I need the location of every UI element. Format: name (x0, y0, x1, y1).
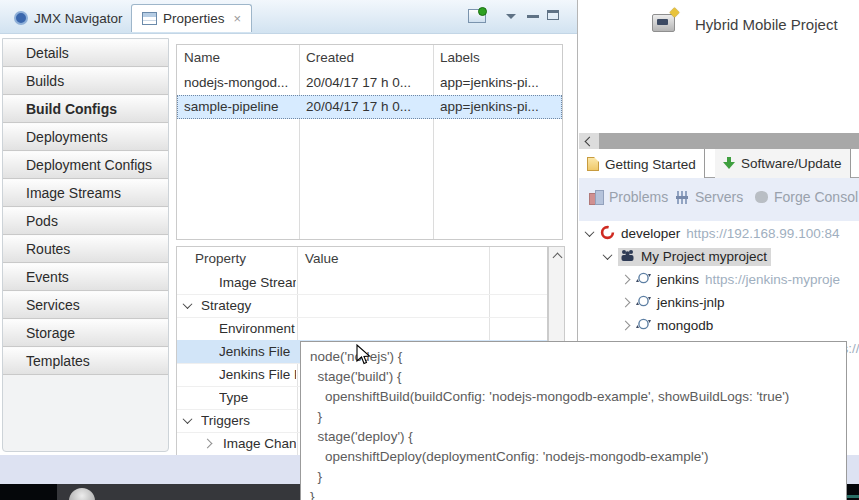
build-configs-table: Name Created Labels nodejs-mongod... 20/… (176, 44, 563, 240)
properties-table-icon (142, 12, 157, 25)
maximize-icon[interactable] (547, 10, 559, 20)
column-header-name[interactable]: Name (184, 45, 220, 70)
tab-forge-console[interactable]: Forge Consol (755, 189, 858, 205)
forge-console-icon (755, 191, 768, 203)
tab-label: JMX Navigator (34, 11, 123, 26)
chevron-down-icon[interactable] (585, 227, 595, 237)
sidebar-item-build-configs[interactable]: Build Configs (3, 95, 168, 123)
property-label: Jenkins File Path (219, 363, 296, 386)
problems-icon (589, 190, 603, 204)
column-header-labels[interactable]: Labels (440, 45, 480, 70)
property-label: Triggers (201, 409, 296, 432)
sidebar-item-deployment-configs[interactable]: Deployment Configs (3, 151, 168, 179)
property-label: Type (219, 386, 296, 409)
chevron-right-icon[interactable] (203, 439, 213, 449)
column-header-created[interactable]: Created (306, 45, 354, 70)
property-label: Image Change (223, 432, 296, 455)
sidebar-item-storage[interactable]: Storage (3, 319, 168, 347)
tab-label: Getting Started (605, 157, 696, 172)
sidebar-item-details[interactable]: Details (3, 39, 168, 67)
sidebar-item-builds[interactable]: Builds (3, 67, 168, 95)
property-label: Environment (219, 317, 296, 340)
table-row-selected[interactable]: sample-pipeline 20/04/17 17 h 0... app=j… (177, 95, 562, 119)
software-update-icon (723, 157, 735, 170)
chevron-left-icon (585, 137, 595, 147)
tree-url: https://jenkins-myproje (705, 272, 840, 287)
tab-problems[interactable]: Problems (589, 189, 668, 205)
tab-label: Servers (695, 189, 743, 205)
sidebar-item-templates[interactable]: Templates (3, 347, 168, 375)
view-tab-strip: JMX Navigator Properties × (0, 0, 577, 34)
tree-label: mongodb (657, 318, 713, 333)
properties-sidebar: Details Builds Build Configs Deployments… (2, 38, 169, 452)
scroll-up-icon[interactable] (553, 253, 563, 263)
tree-label: jenkins (657, 272, 699, 287)
property-label: Strategy (201, 294, 296, 317)
property-row-environment[interactable]: Environment (177, 317, 547, 341)
tree-row-connection[interactable]: developer https://192.168.99.100:84 (578, 222, 859, 245)
servers-icon (675, 191, 689, 204)
chevron-right-icon[interactable] (621, 298, 631, 308)
minimize-icon[interactable] (527, 15, 539, 18)
jmx-navigator-icon (14, 11, 28, 25)
code-line: node('nodejs') { (310, 347, 846, 367)
tree-row-jenkins-jnlp[interactable]: jenkins-jnlp (578, 291, 859, 314)
tab-scroll-bar (579, 133, 859, 149)
chevron-right-icon[interactable] (621, 321, 631, 331)
chevron-right-icon[interactable] (621, 275, 631, 285)
column-header-value[interactable]: Value (305, 247, 339, 271)
sidebar-item-pods[interactable]: Pods (3, 207, 168, 235)
tab-jmx-navigator[interactable]: JMX Navigator (4, 4, 133, 32)
property-row-image-stream[interactable]: Image Stream (177, 271, 547, 295)
sidebar-item-deployments[interactable]: Deployments (3, 123, 168, 151)
openshift-explorer-tree: developer https://192.168.99.100:84 My P… (578, 222, 859, 360)
tab-software-update[interactable]: Software/Update (715, 149, 851, 178)
cell-name: sample-pipeline (184, 95, 296, 119)
tab-label: Software/Update (741, 156, 842, 171)
project-icon (620, 249, 635, 265)
taskbar-app-icon[interactable] (69, 488, 95, 500)
code-line: } (310, 407, 846, 427)
screenshot-root: JMX Navigator Properties × Details Build… (0, 0, 859, 500)
property-row-strategy[interactable]: Strategy (177, 294, 547, 318)
chevron-down-icon[interactable] (183, 414, 193, 424)
tree-row-project-selected[interactable]: My Project myproject (578, 245, 859, 268)
tab-servers[interactable]: Servers (675, 189, 743, 205)
tree-row-jenkins[interactable]: jenkins https://jenkins-myproje (578, 268, 859, 291)
selection-highlight: My Project myproject (618, 248, 771, 266)
cell-created: 20/04/17 17 h 0... (306, 95, 430, 119)
property-label: Jenkins File (219, 340, 296, 363)
chevron-down-icon[interactable] (603, 250, 613, 260)
taskbar-black-segment (0, 484, 57, 500)
sidebar-item-events[interactable]: Events (3, 263, 168, 291)
sidebar-item-services[interactable]: Services (3, 291, 168, 319)
service-icon (636, 294, 651, 311)
table-row[interactable]: nodejs-mongod... 20/04/17 17 h 0... app=… (177, 71, 562, 95)
cell-created: 20/04/17 17 h 0... (306, 71, 430, 95)
tree-row-mongodb[interactable]: mongodb (578, 314, 859, 337)
tree-url: https://192.168.99.100:84 (686, 226, 839, 241)
column-header-property[interactable]: Property (195, 247, 246, 271)
cell-name: nodejs-mongod... (184, 71, 296, 95)
close-icon[interactable]: × (234, 11, 242, 26)
tab-getting-started[interactable]: Getting Started (579, 149, 705, 179)
scroll-left-button[interactable] (579, 133, 599, 149)
property-label: Image Stream (219, 271, 296, 294)
wizard-item-label: Hybrid Mobile Project (695, 16, 838, 33)
hybrid-mobile-project-icon (652, 14, 675, 32)
tree-label: developer (621, 226, 680, 241)
jenkins-file-tooltip: node('nodejs') { stage('build') { opensh… (300, 341, 847, 500)
tree-label: jenkins-jnlp (657, 295, 725, 310)
getting-started-icon (587, 157, 599, 171)
code-line: stage('deploy') { (310, 427, 846, 447)
view-menu-icon[interactable] (506, 14, 516, 19)
code-line: openshiftDeploy(deploymentConfig: 'nodej… (310, 447, 846, 467)
chevron-down-icon[interactable] (183, 299, 193, 309)
pin-view-icon[interactable] (468, 9, 486, 23)
tab-label: Problems (609, 189, 668, 205)
service-icon (636, 271, 651, 288)
code-line: openshiftBuild(buildConfig: 'nodejs-mong… (310, 387, 846, 407)
sidebar-item-routes[interactable]: Routes (3, 235, 168, 263)
sidebar-item-image-streams[interactable]: Image Streams (3, 179, 168, 207)
tab-properties[interactable]: Properties × (131, 4, 252, 32)
